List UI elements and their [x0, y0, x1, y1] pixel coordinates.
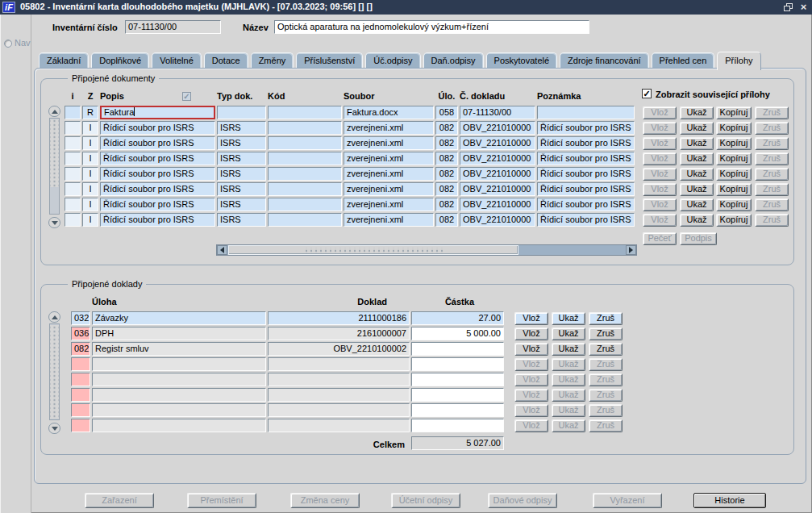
vloz-button[interactable]: Vlož: [643, 152, 677, 165]
vloz-button[interactable]: Vlož: [514, 419, 548, 432]
documents-hscroll-thumb[interactable]: [228, 245, 518, 255]
doc-cell-ulo[interactable]: 082: [435, 136, 458, 150]
doc-cell-popis[interactable]: Řídicí soubor pro ISRS: [100, 121, 215, 135]
doc-cell-pozn[interactable]: Řídicí soubor pro ISRS: [537, 152, 635, 165]
zrus-button[interactable]: Zruš: [589, 343, 623, 356]
rec-cell-castka[interactable]: [411, 403, 504, 417]
vloz-button[interactable]: Vlož: [643, 106, 677, 119]
tab-zakladni[interactable]: Základní: [39, 52, 89, 69]
zrus-button[interactable]: Zruš: [755, 137, 789, 150]
doc-cell-pozn[interactable]: Řídicí soubor pro ISRS: [537, 167, 635, 181]
doc-cell-z[interactable]: I: [82, 167, 98, 181]
rec-cell-code[interactable]: 032: [71, 311, 90, 325]
zrus-button[interactable]: Zruš: [589, 419, 623, 432]
tab-dan-odpisy[interactable]: Daň.odpisy: [423, 52, 484, 69]
tab-zdroje-financovani[interactable]: Zdroje financování: [560, 52, 649, 69]
vloz-button[interactable]: Vlož: [514, 312, 548, 325]
rec-cell-name[interactable]: Závazky: [92, 311, 266, 325]
rec-cell-name[interactable]: DPH: [92, 327, 266, 340]
doc-cell-z[interactable]: R: [82, 106, 98, 119]
doc-cell-kod[interactable]: [268, 106, 342, 119]
rec-cell-code[interactable]: [71, 419, 90, 432]
zrus-button[interactable]: Zruš: [755, 198, 789, 211]
ukaz-button[interactable]: Ukaž: [680, 168, 714, 181]
ukaz-button[interactable]: Ukaž: [552, 312, 585, 325]
ucetni-odpisy-button[interactable]: Účetní odpisy: [391, 493, 460, 508]
ukaz-button[interactable]: Ukaž: [552, 343, 585, 356]
zrus-button[interactable]: Zruš: [589, 312, 623, 325]
rec-cell-castka[interactable]: 5 000.00: [411, 327, 504, 340]
tab-doplnkove[interactable]: Doplňkové: [91, 52, 149, 69]
zrus-button[interactable]: Zruš: [755, 214, 789, 227]
doc-cell-cdok[interactable]: OBV_221010000: [460, 213, 535, 227]
zmena-ceny-button[interactable]: Změna ceny: [290, 493, 360, 508]
doc-cell-soubor[interactable]: zverejneni.xml: [344, 198, 434, 211]
scroll-left-icon[interactable]: [217, 245, 227, 255]
tab-uc-odpisy[interactable]: Úč.odpisy: [365, 52, 420, 69]
zrus-button[interactable]: Zruš: [755, 122, 789, 135]
scroll-up-icon[interactable]: [48, 311, 60, 323]
doc-cell-typ[interactable]: ISRS: [217, 182, 266, 196]
rec-cell-name[interactable]: [92, 388, 266, 402]
kopiruj-button[interactable]: Kopíruj: [716, 168, 752, 181]
zrus-button[interactable]: Zruš: [589, 358, 623, 371]
doc-cell-soubor[interactable]: zverejneni.xml: [344, 182, 434, 196]
doc-cell-i[interactable]: [65, 182, 81, 196]
scroll-up-icon[interactable]: [48, 106, 60, 117]
zarazeni-button[interactable]: Zařazení: [85, 493, 154, 508]
doc-cell-soubor[interactable]: zverejneni.xml: [344, 136, 434, 150]
vloz-button[interactable]: Vlož: [643, 168, 677, 181]
ukaz-button[interactable]: Ukaž: [680, 106, 714, 119]
nav-radio-icon[interactable]: [4, 40, 12, 48]
rec-cell-castka[interactable]: [411, 342, 504, 356]
doc-cell-z[interactable]: I: [82, 136, 98, 150]
kopiruj-button[interactable]: Kopíruj: [716, 106, 752, 119]
close-icon[interactable]: ×: [797, 2, 810, 13]
doc-cell-kod[interactable]: [268, 152, 342, 165]
vyrazeni-button[interactable]: Vyřazení: [593, 493, 662, 508]
rec-cell-doklad[interactable]: OBV_2210100002: [268, 342, 410, 356]
vloz-button[interactable]: Vlož: [514, 327, 548, 340]
doc-cell-z[interactable]: I: [82, 198, 98, 211]
doc-cell-cdok[interactable]: OBV_221010000: [460, 136, 535, 150]
ukaz-button[interactable]: Ukaž: [680, 183, 714, 196]
vloz-button[interactable]: Vlož: [514, 389, 548, 402]
doc-cell-i[interactable]: [65, 198, 81, 211]
doc-cell-typ[interactable]: ISRS: [217, 136, 266, 150]
tab-prilohy[interactable]: Přílohy: [717, 52, 760, 70]
doc-cell-kod[interactable]: [268, 182, 342, 196]
doc-cell-pozn[interactable]: Řídicí soubor pro ISRS: [537, 213, 635, 227]
ukaz-button[interactable]: Ukaž: [552, 419, 585, 432]
doc-cell-cdok[interactable]: OBV_221010000: [460, 167, 535, 181]
doc-cell-cdok[interactable]: OBV_221010000: [460, 198, 535, 211]
doc-cell-popis[interactable]: Řídicí soubor pro ISRS: [100, 198, 215, 211]
kopiruj-button[interactable]: Kopíruj: [716, 214, 752, 227]
doc-cell-kod[interactable]: [268, 213, 342, 227]
doc-cell-popis[interactable]: Faktura: [100, 106, 215, 119]
kopiruj-button[interactable]: Kopíruj: [716, 152, 752, 165]
doc-cell-ulo[interactable]: 082: [435, 167, 458, 181]
popis-header-checkbox[interactable]: ✓: [182, 92, 191, 101]
podpis-button[interactable]: Podpis: [680, 232, 717, 245]
doc-cell-cdok[interactable]: OBV_221010000: [460, 152, 535, 165]
vloz-button[interactable]: Vlož: [643, 137, 677, 150]
ukaz-button[interactable]: Ukaž: [680, 122, 714, 135]
rec-cell-doklad[interactable]: 2111000186: [268, 311, 410, 325]
zrus-button[interactable]: Zruš: [755, 168, 789, 181]
doc-cell-kod[interactable]: [268, 136, 342, 150]
ukaz-button[interactable]: Ukaž: [680, 137, 714, 150]
doc-cell-cdok[interactable]: 07-11130/00: [460, 106, 535, 119]
doc-cell-cdok[interactable]: OBV_221010000: [460, 121, 535, 135]
vloz-button[interactable]: Vlož: [514, 373, 548, 386]
doc-cell-z[interactable]: I: [82, 213, 98, 227]
vloz-button[interactable]: Vlož: [514, 343, 548, 356]
kopiruj-button[interactable]: Kopíruj: [716, 122, 752, 135]
vloz-button[interactable]: Vlož: [514, 404, 548, 417]
premisteni-button[interactable]: Přemístění: [187, 493, 256, 508]
rec-cell-name[interactable]: [92, 357, 266, 371]
doc-cell-typ[interactable]: ISRS: [217, 121, 266, 135]
doc-cell-pozn[interactable]: [537, 106, 635, 119]
vloz-button[interactable]: Vlož: [514, 358, 548, 371]
doc-cell-i[interactable]: [65, 152, 81, 165]
rec-cell-castka[interactable]: [411, 419, 504, 432]
